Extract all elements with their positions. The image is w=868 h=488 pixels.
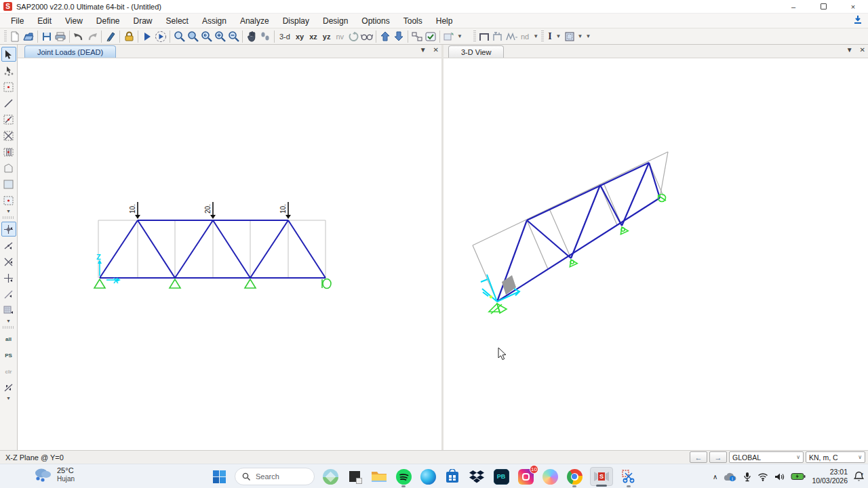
next-named-display-icon[interactable]: → bbox=[709, 451, 727, 463]
run-analysis-icon[interactable] bbox=[140, 30, 154, 43]
snap-intersections-icon[interactable] bbox=[1, 254, 16, 269]
sap2000-taskbar-icon[interactable]: S bbox=[590, 467, 613, 486]
menu-file[interactable]: File bbox=[4, 14, 31, 28]
menu-assign[interactable]: Assign bbox=[195, 14, 233, 28]
start-button[interactable] bbox=[210, 468, 228, 485]
clear-selection-button[interactable]: clr bbox=[1, 364, 16, 379]
weather-widget[interactable]: 25°C Hujan bbox=[33, 466, 75, 483]
quick-draw-secondary-beams-icon[interactable] bbox=[1, 144, 16, 159]
snap-joints-icon[interactable] bbox=[1, 222, 16, 237]
view-yz-button[interactable]: yz bbox=[320, 33, 334, 41]
model-canvas-3d[interactable] bbox=[443, 58, 868, 450]
menu-help[interactable]: Help bbox=[429, 14, 460, 28]
previous-selection-button[interactable]: PS bbox=[1, 348, 16, 363]
zoom-rubberband-icon[interactable] bbox=[172, 30, 186, 43]
select-dropdown-icon[interactable]: ▼ bbox=[6, 396, 11, 401]
task-view-icon[interactable] bbox=[346, 468, 363, 485]
battery-icon[interactable] bbox=[791, 472, 806, 481]
isection-dropdown-icon[interactable]: ▼ bbox=[555, 33, 563, 39]
view-xz-button[interactable]: xz bbox=[307, 33, 320, 41]
toolbar-grip-3[interactable] bbox=[541, 30, 544, 43]
moment-releases-icon[interactable] bbox=[505, 30, 518, 43]
quick-draw-area-icon[interactable] bbox=[1, 193, 16, 208]
zoom-out-icon[interactable] bbox=[226, 30, 240, 43]
zoom-full-icon[interactable] bbox=[186, 30, 199, 43]
frame-dropdown-icon[interactable]: ▼ bbox=[532, 33, 540, 39]
open-file-icon[interactable] bbox=[22, 30, 35, 43]
toolbar-grip-2[interactable] bbox=[473, 30, 476, 43]
area-section-icon[interactable] bbox=[563, 30, 576, 43]
draw-special-joint-icon[interactable] bbox=[1, 79, 16, 94]
draw-frame-icon[interactable] bbox=[1, 96, 16, 110]
notification-bell-icon[interactable]: z bbox=[854, 471, 864, 482]
chevron-up-icon[interactable]: ∧ bbox=[713, 473, 717, 481]
truss-members-3d[interactable] bbox=[497, 163, 660, 302]
set-display-options-icon[interactable] bbox=[424, 30, 437, 43]
view-nv-button[interactable]: nv bbox=[333, 33, 347, 41]
menu-draw[interactable]: Draw bbox=[127, 14, 159, 28]
snap-midpoints-icon[interactable] bbox=[1, 238, 16, 253]
model-canvas-2d[interactable]: 10. 20. 10. Z X bbox=[18, 58, 441, 450]
coord-system-dropdown[interactable]: GLOBAL∨ bbox=[729, 451, 804, 463]
right-panel-close-icon[interactable]: ✕ bbox=[860, 46, 865, 54]
photos-app-icon[interactable] bbox=[321, 468, 339, 485]
wifi-icon[interactable] bbox=[757, 472, 768, 481]
menu-view[interactable]: View bbox=[58, 14, 90, 28]
menu-analyze[interactable]: Analyze bbox=[233, 14, 276, 28]
object-display-icon[interactable] bbox=[442, 30, 456, 43]
draw-dropdown-icon[interactable]: ▼ bbox=[6, 209, 11, 214]
quick-draw-braces-icon[interactable] bbox=[1, 128, 16, 143]
reshape-object-icon[interactable] bbox=[1, 63, 16, 78]
support-symbols-2d[interactable] bbox=[94, 279, 331, 289]
menu-edit[interactable]: Edit bbox=[31, 14, 58, 28]
instagram-icon[interactable]: 10 bbox=[517, 468, 534, 485]
previous-named-display-icon[interactable]: ← bbox=[690, 451, 707, 463]
quick-draw-frame-icon[interactable] bbox=[1, 112, 16, 127]
tab-3d-view[interactable]: 3-D View bbox=[448, 45, 504, 58]
onedrive-icon[interactable]: i bbox=[724, 472, 737, 482]
view-xy-button[interactable]: xy bbox=[293, 33, 307, 41]
left-panel-menu-icon[interactable]: ▼ bbox=[420, 46, 427, 54]
move-down-icon[interactable] bbox=[392, 30, 406, 43]
lock-icon[interactable] bbox=[122, 30, 136, 43]
print-icon[interactable] bbox=[54, 30, 67, 43]
zoom-previous-icon[interactable] bbox=[199, 30, 213, 43]
download-update-icon[interactable] bbox=[853, 15, 863, 27]
run-animation-icon[interactable] bbox=[154, 30, 167, 43]
rotate-view-icon[interactable] bbox=[347, 30, 360, 43]
minimize-icon[interactable]: – bbox=[778, 0, 808, 14]
section-designer-icon[interactable] bbox=[491, 30, 505, 43]
more-dropdown-icon[interactable]: ▼ bbox=[584, 33, 592, 39]
menu-design[interactable]: Design bbox=[316, 14, 355, 28]
tab-joint-loads[interactable]: Joint Loads (DEAD) bbox=[24, 45, 116, 58]
taskbar-clock[interactable]: 23:01 10/03/2026 bbox=[812, 468, 848, 485]
snap-grid-icon[interactable] bbox=[1, 303, 16, 318]
new-file-icon[interactable] bbox=[8, 30, 22, 43]
invert-selection-icon[interactable] bbox=[1, 380, 16, 395]
units-dropdown[interactable]: KN, m, C∨ bbox=[806, 451, 865, 463]
menu-define[interactable]: Define bbox=[90, 14, 127, 28]
spotify-icon[interactable] bbox=[395, 468, 412, 485]
pb-app-icon[interactable]: PB bbox=[492, 468, 510, 485]
support-symbols-3d[interactable] bbox=[489, 195, 666, 314]
edge-browser-icon[interactable] bbox=[419, 468, 437, 485]
snipping-tool-icon[interactable] bbox=[620, 468, 637, 485]
microsoft-store-icon[interactable] bbox=[443, 468, 461, 485]
shrink-objects-icon[interactable] bbox=[410, 30, 424, 43]
pan-icon[interactable] bbox=[245, 30, 258, 43]
menu-options[interactable]: Options bbox=[355, 14, 396, 28]
zoom-in-icon[interactable] bbox=[213, 30, 226, 43]
file-explorer-icon[interactable] bbox=[370, 468, 388, 485]
close-icon[interactable]: × bbox=[838, 0, 868, 14]
draw-poly-area-icon[interactable] bbox=[1, 161, 16, 176]
glasses-view-icon[interactable] bbox=[360, 30, 374, 43]
isection-icon[interactable]: I bbox=[545, 31, 554, 42]
perspective-steps-icon[interactable] bbox=[258, 30, 272, 43]
save-icon[interactable] bbox=[40, 30, 54, 43]
toolbar-grip[interactable] bbox=[4, 30, 7, 43]
menu-display[interactable]: Display bbox=[276, 14, 316, 28]
copilot-icon[interactable] bbox=[541, 468, 559, 485]
snap-dropdown-icon[interactable]: ▼ bbox=[6, 319, 11, 324]
search-input[interactable]: Search bbox=[235, 468, 315, 485]
select-all-button[interactable]: all bbox=[1, 331, 16, 346]
